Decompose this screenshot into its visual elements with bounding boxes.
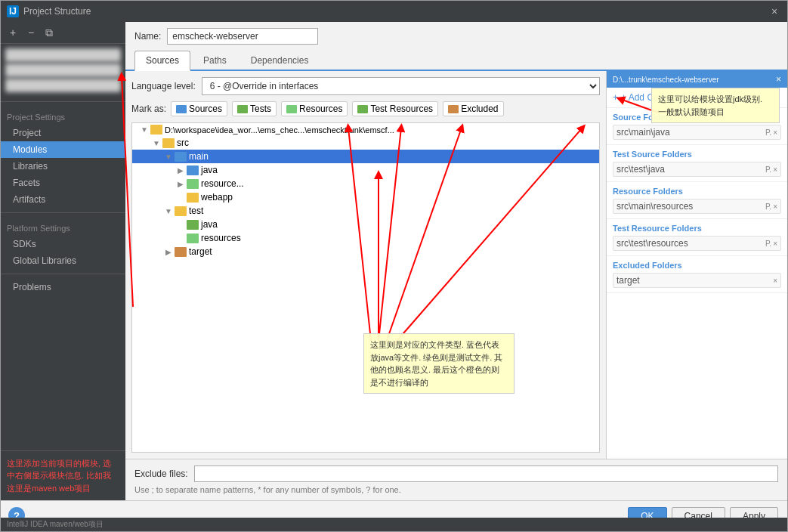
module-item-blurred-1 [5,48,121,62]
tree-item-main[interactable]: ▼ main [132,150,599,163]
sidebar-item-problems[interactable]: Problems [1,279,125,295]
tree-text-test-resources: resources [201,233,241,243]
test-source-folders-path: src\test\java P. × [613,162,781,177]
test-resource-path-delete[interactable]: × [773,240,777,248]
excluded-path-actions: × [773,277,777,285]
tree-item-root[interactable]: ▼ D:\workspace\idea_wor...\ems_chec...\e… [132,123,599,136]
tree-item-java[interactable]: ▶ java [132,163,599,177]
sidebar-item-libraries[interactable]: Libraries [1,158,125,175]
mark-excluded-button[interactable]: Excluded [443,101,503,116]
tab-dependencies[interactable]: Dependencies [239,51,320,70]
test-source-path-delete[interactable]: × [773,165,777,174]
folder-icon-root [150,125,162,135]
left-annotation: 这里添加当前项目的模块, 选中右侧显示模块信息. 比如我这里是maven web… [1,450,125,501]
sidebar-item-global-libraries[interactable]: Global Libraries [1,252,125,269]
tree-item-src[interactable]: ▼ src [132,136,599,150]
name-label: Name: [134,31,161,42]
language-level-select[interactable]: 6 - @Override in interfaces [202,77,600,95]
mark-as-label: Mark as: [131,104,166,114]
mark-as-row: Mark as: Sources Tests Resources [131,101,600,116]
tree-text-src: src [177,138,189,148]
info-panel: D:\...trunk\emscheck-webserver × + + Add… [606,71,787,459]
name-input[interactable] [167,28,318,45]
test-resource-folders-title: Test Resource Folders [613,224,781,233]
mark-excluded-label: Excluded [461,104,498,114]
add-module-button[interactable]: + [5,25,20,40]
tests-folder-icon [237,105,248,113]
folder-icon-resources-node [187,179,199,189]
sidebar-item-project[interactable]: Project [1,125,125,141]
test-resource-folders-path: src\test\resources P. × [613,236,781,251]
excluded-folder-icon [448,105,459,113]
tree-text-webapp: webapp [201,192,233,203]
tree-arrow-src: ▼ [150,139,162,147]
title-bar: IJ Project Structure × [1,1,787,22]
tree-panel: Language level: 6 - @Override in interfa… [125,71,606,459]
tree-arrow-resources: ▶ [175,180,187,188]
left-divider-2 [1,212,125,213]
mark-sources-label: Sources [189,104,222,114]
tree-item-test[interactable]: ▼ test [132,204,599,218]
mark-test-resources-label: Test Resources [370,104,433,114]
tree-text-main: main [189,151,209,162]
info-close-button[interactable]: × [776,74,781,85]
folder-icon-java [187,165,199,175]
tree-arrow-root: ▼ [138,125,150,134]
resource-path-delete[interactable]: × [773,203,777,211]
project-structure-dialog: IJ Project Structure × + − ⧉ Project Set… [0,0,788,532]
source-path-delete[interactable]: × [773,128,777,137]
tree-item-resources[interactable]: ▶ resource... [132,177,599,190]
exclude-files-label: Exclude files: [134,469,188,479]
tree-item-target[interactable]: ▶ target [132,245,599,258]
annotation-center: 这里则是对应的文件类型. 蓝色代表放java等文件. 绿色则是测试文件. 其他的… [363,333,515,394]
bottom-area: Exclude files: Use ; to separate name pa… [125,459,787,500]
name-row: Name: [125,22,787,51]
resource-path-edit[interactable]: P. [765,203,771,211]
file-tree[interactable]: ▼ D:\workspace\idea_wor...\ems_chec...\e… [131,122,600,453]
left-toolbar: + − ⧉ [1,22,125,44]
exclude-files-hint: Use ; to separate name patterns, * for a… [134,485,778,494]
tree-text-test-java: java [201,219,218,230]
mark-tests-button[interactable]: Tests [232,101,277,116]
sidebar-item-modules[interactable]: Modules [1,141,125,158]
exclude-files-input[interactable] [194,466,778,482]
remove-module-button[interactable]: − [23,25,39,40]
tab-paths[interactable]: Paths [192,51,238,70]
tree-item-test-resources[interactable]: ▶ resources [132,231,599,245]
exclude-row: Exclude files: [134,466,778,482]
test-resource-path-text: src\test\resources [616,238,688,249]
resource-folders-section: Resource Folders src\main\resources P. × [607,182,787,219]
source-path-edit[interactable]: P. [765,128,771,137]
excluded-path-delete[interactable]: × [773,277,777,285]
test-source-path-edit[interactable]: P. [765,165,771,174]
close-button[interactable]: × [768,5,781,18]
test-source-folders-section: Test Source Folders src\test\java P. × [607,145,787,182]
dialog-title: Project Structure [23,6,768,17]
tree-text-root: D:\workspace\idea_wor...\ems_chec...\ems… [165,125,394,135]
tree-item-test-java[interactable]: ▶ java [132,218,599,231]
sidebar-item-sdks[interactable]: SDKs [1,236,125,252]
test-resource-path-actions: P. × [765,240,777,248]
tab-sources[interactable]: Sources [134,51,190,71]
test-resource-path-edit[interactable]: P. [765,240,771,248]
folder-icon-target [175,247,187,257]
mark-resources-button[interactable]: Resources [281,101,348,116]
excluded-path-text: target [616,275,640,286]
test-source-folders-title: Test Source Folders [613,150,781,159]
sidebar-item-facets[interactable]: Facets [1,175,125,191]
tree-item-webapp[interactable]: ▶ webapp [132,190,599,204]
annotation-top-right: 这里可以给模块设置jdk级别. 一般默认跟随项目 [651,88,780,123]
sidebar-item-artifacts[interactable]: Artifacts [1,191,125,208]
source-path-text: src\main\java [616,127,670,138]
excluded-folders-path: target × [613,273,781,288]
mark-sources-button[interactable]: Sources [171,101,227,116]
resource-folders-title: Resource Folders [613,187,781,196]
folder-icon-src [162,138,175,148]
resource-path-text: src\main\resources [616,201,693,212]
mark-test-resources-button[interactable]: Test Resources [352,101,438,116]
test-resources-folder-icon [357,105,368,113]
excluded-folders-section: Excluded Folders target × [607,256,787,293]
resource-path-actions: P. × [765,203,777,211]
folder-icon-main [175,152,187,162]
copy-module-button[interactable]: ⧉ [42,25,57,40]
